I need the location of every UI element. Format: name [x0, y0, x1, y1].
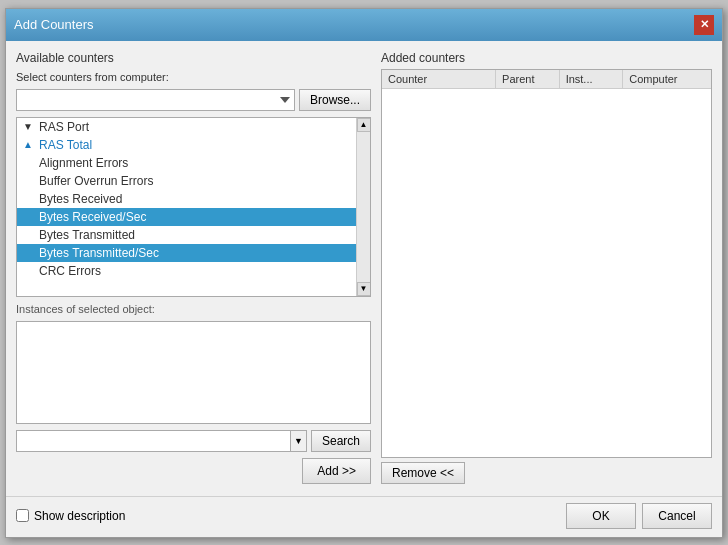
- added-counters-table: Counter Parent Inst... Computer: [381, 69, 712, 458]
- remove-button[interactable]: Remove <<: [381, 462, 465, 484]
- search-dropdown-button[interactable]: ▼: [290, 431, 306, 451]
- th-parent[interactable]: Parent: [496, 70, 560, 88]
- scroll-up-arrow[interactable]: ▲: [357, 118, 371, 132]
- chevron-up-icon: ▲: [23, 139, 35, 150]
- show-description-label: Show description: [34, 509, 125, 523]
- add-counters-dialog: Add Counters ✕ Available counters Select…: [5, 8, 723, 538]
- instances-box: [16, 321, 371, 424]
- list-item[interactable]: Bytes Received: [17, 190, 370, 208]
- list-item-selected-2[interactable]: Bytes Transmitted/Sec: [17, 244, 370, 262]
- title-bar: Add Counters ✕: [6, 9, 722, 41]
- list-item[interactable]: Bytes Transmitted: [17, 226, 370, 244]
- bottom-bar: Show description OK Cancel: [6, 496, 722, 537]
- computer-select[interactable]: [16, 89, 295, 111]
- th-inst[interactable]: Inst...: [560, 70, 624, 88]
- ok-button[interactable]: OK: [566, 503, 636, 529]
- cancel-button[interactable]: Cancel: [642, 503, 712, 529]
- list-item[interactable]: ▲ RAS Total: [17, 136, 370, 154]
- list-item[interactable]: Alignment Errors: [17, 154, 370, 172]
- show-description-row: Show description: [16, 509, 125, 523]
- search-input-wrapper: ▼: [16, 430, 307, 452]
- computer-select-label: Select counters from computer:: [16, 71, 371, 83]
- counters-list: ▼ RAS Port ▲ RAS Total Alignment Errors …: [17, 118, 370, 280]
- add-row: Add >>: [16, 458, 371, 484]
- list-item[interactable]: Buffer Overrun Errors: [17, 172, 370, 190]
- th-computer[interactable]: Computer: [623, 70, 711, 88]
- list-item[interactable]: ▼ RAS Port: [17, 118, 370, 136]
- right-panel: Added counters Counter Parent Inst... Co…: [381, 51, 712, 484]
- action-buttons: OK Cancel: [566, 503, 712, 529]
- list-item-selected[interactable]: Bytes Received/Sec: [17, 208, 370, 226]
- counters-list-container: ▼ RAS Port ▲ RAS Total Alignment Errors …: [16, 117, 371, 297]
- added-counters-label: Added counters: [381, 51, 712, 65]
- chevron-down-icon: ▼: [23, 121, 35, 132]
- computer-row: Browse...: [16, 89, 371, 111]
- table-header: Counter Parent Inst... Computer: [382, 70, 711, 89]
- left-panel: Available counters Select counters from …: [16, 51, 371, 484]
- close-button[interactable]: ✕: [694, 15, 714, 35]
- show-description-checkbox[interactable]: [16, 509, 29, 522]
- dialog-body: Available counters Select counters from …: [6, 41, 722, 494]
- scroll-track[interactable]: [357, 132, 371, 282]
- browse-button[interactable]: Browse...: [299, 89, 371, 111]
- search-row: ▼ Search: [16, 430, 371, 452]
- add-button[interactable]: Add >>: [302, 458, 371, 484]
- list-item[interactable]: CRC Errors: [17, 262, 370, 280]
- search-input[interactable]: [17, 431, 290, 451]
- search-button[interactable]: Search: [311, 430, 371, 452]
- th-counter[interactable]: Counter: [382, 70, 496, 88]
- dialog-title: Add Counters: [14, 17, 94, 32]
- scroll-down-arrow[interactable]: ▼: [357, 282, 371, 296]
- scrollbar[interactable]: ▲ ▼: [356, 118, 370, 296]
- instances-label: Instances of selected object:: [16, 303, 371, 315]
- remove-row: Remove <<: [381, 462, 712, 484]
- available-counters-label: Available counters: [16, 51, 371, 65]
